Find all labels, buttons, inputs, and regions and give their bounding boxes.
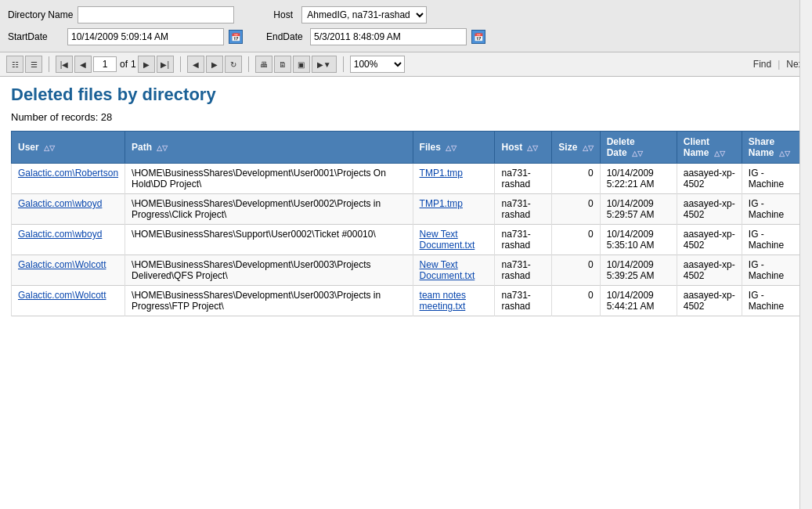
sort-arrow-user: △▽: [44, 144, 55, 152]
files-cell: TMP1.tmp: [413, 164, 495, 194]
sort-arrow-files: △▽: [446, 144, 457, 152]
user-link[interactable]: Galactic.com\Robertson: [18, 168, 118, 179]
record-count: Number of records: 28: [11, 111, 801, 123]
host-cell: na731-rashad: [495, 194, 552, 225]
file-link[interactable]: New Text Document.txt: [420, 229, 475, 251]
share-name-cell: IG - Machine: [742, 225, 800, 255]
host-cell: na731-rashad: [495, 286, 552, 316]
export-button[interactable]: 🗎: [274, 56, 291, 73]
path-cell: \HOME\BusinessShares\Development\User000…: [125, 255, 413, 286]
host-label: Host: [273, 9, 297, 20]
share-name-cell: IG - Machine: [742, 255, 800, 286]
data-table: User △▽ Path △▽ Files △▽ Host △▽ Size △▽…: [11, 131, 801, 316]
client-name-cell: aasayed-xp-4502: [677, 255, 742, 286]
end-date-calendar-icon[interactable]: 📅: [471, 30, 485, 44]
delete-date-cell: 10/14/2009 5:44:21 AM: [600, 286, 677, 316]
path-cell: \HOME\BusinessShares\Development\User000…: [125, 164, 413, 194]
size-cell: 0: [552, 194, 600, 225]
view-toggle-group: ☷ ☰: [6, 56, 42, 73]
find-separator: |: [778, 59, 780, 70]
navigation-group: |◀ ◀ of 1 ▶ ▶|: [56, 56, 174, 73]
user-link[interactable]: Galactic.com\wboyd: [18, 229, 102, 240]
scrollbar[interactable]: [799, 0, 812, 324]
user-cell: Galactic.com\Robertson: [12, 164, 125, 194]
col-header-share-name[interactable]: ShareName △▽: [742, 132, 800, 164]
host-cell: na731-rashad: [495, 164, 552, 194]
nav-history-group: ◀ ▶ ↻: [187, 56, 242, 73]
share-name-cell: IG - Machine: [742, 194, 800, 225]
export-group: 🖶 🗎 ▣ ▶▼: [255, 56, 337, 73]
user-link[interactable]: Galactic.com\Wolcott: [18, 290, 106, 301]
filter-bar: Directory Name Host AhmedIG, na731-rasha…: [0, 0, 812, 52]
file-link[interactable]: New Text Document.txt: [420, 259, 475, 281]
file-link[interactable]: TMP1.tmp: [420, 168, 463, 179]
layout-button[interactable]: ▣: [293, 56, 310, 73]
col-header-host[interactable]: Host △▽: [495, 132, 552, 164]
refresh-button[interactable]: ↻: [225, 56, 242, 73]
user-cell: Galactic.com\wboyd: [12, 194, 125, 225]
share-name-cell: IG - Machine: [742, 286, 800, 316]
sort-arrow-client-name: △▽: [714, 150, 725, 157]
size-cell: 0: [552, 225, 600, 255]
page-number-input[interactable]: [93, 56, 117, 72]
report-content: Deleted files by directory Number of rec…: [0, 77, 812, 324]
start-date-input[interactable]: [67, 28, 224, 45]
page-total-label: 1: [131, 59, 136, 70]
client-name-cell: aasayed-xp-4502: [677, 164, 742, 194]
col-header-client-name[interactable]: ClientName △▽: [677, 132, 742, 164]
page-info: of 1: [93, 56, 136, 73]
toolbar-separator-1: [49, 56, 49, 72]
delete-date-cell: 10/14/2009 5:39:25 AM: [600, 255, 677, 286]
delete-date-cell: 10/14/2009 5:22:21 AM: [600, 164, 677, 194]
table-row: Galactic.com\wboyd\HOME\BusinessShares\S…: [12, 225, 801, 255]
sort-arrow-size: △▽: [583, 144, 594, 152]
end-date-label: EndDate: [266, 31, 305, 42]
file-link[interactable]: team notes meeting.txt: [420, 290, 466, 312]
directory-name-input[interactable]: [78, 6, 234, 23]
zoom-select[interactable]: 100%: [350, 56, 405, 73]
table-row: Galactic.com\Wolcott\HOME\BusinessShares…: [12, 255, 801, 286]
page-of-label: of: [120, 59, 128, 70]
client-name-cell: aasayed-xp-4502: [677, 286, 742, 316]
print-button[interactable]: 🖶: [255, 56, 272, 73]
back-button[interactable]: ◀: [187, 56, 204, 73]
find-label: Find: [753, 59, 771, 70]
layout-icon-1[interactable]: ☷: [6, 56, 23, 73]
start-date-label: StartDate: [8, 31, 63, 42]
files-cell: TMP1.tmp: [413, 194, 495, 225]
table-row: Galactic.com\Wolcott\HOME\BusinessShares…: [12, 286, 801, 316]
user-cell: Galactic.com\Wolcott: [12, 255, 125, 286]
user-cell: Galactic.com\wboyd: [12, 225, 125, 255]
user-cell: Galactic.com\Wolcott: [12, 286, 125, 316]
col-header-delete-date[interactable]: DeleteDate △▽: [600, 132, 677, 164]
last-page-button[interactable]: ▶|: [157, 56, 174, 73]
files-cell: New Text Document.txt: [413, 255, 495, 286]
file-link[interactable]: TMP1.tmp: [420, 198, 463, 209]
report-title: Deleted files by directory: [11, 85, 801, 105]
document-map-button[interactable]: ▶▼: [312, 56, 337, 73]
col-header-files[interactable]: Files △▽: [413, 132, 495, 164]
size-cell: 0: [552, 255, 600, 286]
next-page-button[interactable]: ▶: [138, 56, 155, 73]
host-select[interactable]: AhmedIG, na731-rashad: [301, 6, 427, 23]
prev-page-button[interactable]: ◀: [74, 56, 92, 73]
directory-name-label: Directory Name: [8, 9, 73, 20]
col-header-size[interactable]: Size △▽: [552, 132, 600, 164]
user-link[interactable]: Galactic.com\wboyd: [18, 198, 102, 209]
forward-button[interactable]: ▶: [206, 56, 223, 73]
col-header-path[interactable]: Path △▽: [125, 132, 413, 164]
end-date-input[interactable]: [310, 28, 467, 45]
toolbar: ☷ ☰ |◀ ◀ of 1 ▶ ▶| ◀ ▶ ↻ 🖶 🗎 ▣ ▶▼ 100% F…: [0, 52, 812, 77]
table-row: Galactic.com\Robertson\HOME\BusinessShar…: [12, 164, 801, 194]
user-link[interactable]: Galactic.com\Wolcott: [18, 259, 106, 270]
col-header-user[interactable]: User △▽: [12, 132, 125, 164]
first-page-button[interactable]: |◀: [56, 56, 73, 73]
path-cell: \HOME\BusinessShares\Support\User0002\Ti…: [125, 225, 413, 255]
table-row: Galactic.com\wboyd\HOME\BusinessShares\D…: [12, 194, 801, 225]
sort-arrow-host: △▽: [527, 144, 538, 152]
start-date-calendar-icon[interactable]: 📅: [229, 30, 243, 44]
layout-icon-2[interactable]: ☰: [25, 56, 42, 73]
sort-arrow-path: △▽: [157, 144, 168, 152]
path-cell: \HOME\BusinessShares\Development\User000…: [125, 286, 413, 316]
path-cell: \HOME\BusinessShares\Development\User000…: [125, 194, 413, 225]
